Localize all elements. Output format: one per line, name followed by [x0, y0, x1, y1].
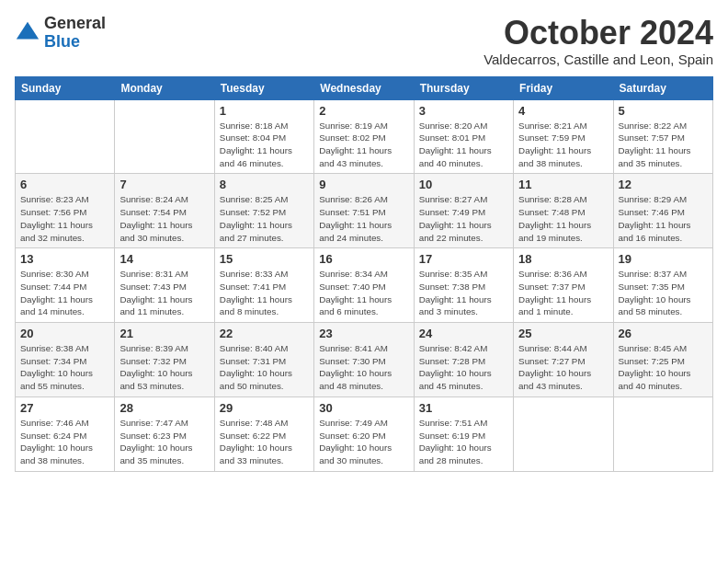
calendar-cell: 28Sunrise: 7:47 AM Sunset: 6:23 PM Dayli…: [115, 396, 214, 471]
day-info: Sunrise: 8:40 AM Sunset: 7:31 PM Dayligh…: [220, 342, 309, 393]
day-number: 12: [619, 178, 708, 191]
logo-icon: [15, 20, 40, 46]
calendar-week-0: 1Sunrise: 8:18 AM Sunset: 8:04 PM Daylig…: [16, 99, 713, 174]
day-info: Sunrise: 8:19 AM Sunset: 8:02 PM Dayligh…: [319, 120, 408, 170]
day-number: 30: [319, 401, 408, 415]
calendar-cell: 31Sunrise: 7:51 AM Sunset: 6:19 PM Dayli…: [414, 396, 513, 471]
day-info: Sunrise: 8:27 AM Sunset: 7:49 PM Dayligh…: [419, 193, 508, 244]
day-info: Sunrise: 7:47 AM Sunset: 6:23 PM Dayligh…: [119, 417, 209, 467]
calendar-cell: 24Sunrise: 8:42 AM Sunset: 7:28 PM Dayli…: [414, 323, 513, 397]
day-info: Sunrise: 8:35 AM Sunset: 7:38 PM Dayligh…: [419, 268, 508, 318]
day-number: 29: [220, 401, 309, 415]
calendar-cell: 14Sunrise: 8:31 AM Sunset: 7:43 PM Dayli…: [115, 248, 214, 323]
day-number: 20: [20, 327, 109, 340]
title-block: October 2024 Valdecarros, Castille and L…: [483, 15, 713, 67]
calendar-cell: 16Sunrise: 8:34 AM Sunset: 7:40 PM Dayli…: [314, 248, 414, 323]
day-number: 1: [220, 104, 309, 118]
day-number: 31: [419, 401, 508, 415]
day-info: Sunrise: 8:36 AM Sunset: 7:37 PM Dayligh…: [518, 268, 608, 318]
day-number: 8: [220, 178, 309, 191]
day-number: 28: [119, 401, 209, 415]
day-number: 3: [419, 104, 508, 118]
day-number: 24: [419, 327, 508, 340]
calendar-cell: 9Sunrise: 8:26 AM Sunset: 7:51 PM Daylig…: [314, 174, 414, 248]
day-info: Sunrise: 8:30 AM Sunset: 7:44 PM Dayligh…: [20, 268, 109, 318]
calendar-table: SundayMondayTuesdayWednesdayThursdayFrid…: [15, 76, 713, 472]
day-info: Sunrise: 8:24 AM Sunset: 7:54 PM Dayligh…: [119, 193, 209, 244]
day-info: Sunrise: 8:45 AM Sunset: 7:25 PM Dayligh…: [619, 342, 708, 393]
day-info: Sunrise: 7:51 AM Sunset: 6:19 PM Dayligh…: [419, 417, 508, 467]
logo: General Blue: [15, 15, 106, 52]
day-number: 13: [20, 252, 109, 266]
day-info: Sunrise: 8:22 AM Sunset: 7:57 PM Dayligh…: [619, 120, 708, 170]
calendar-cell: 6Sunrise: 8:23 AM Sunset: 7:56 PM Daylig…: [16, 174, 115, 248]
svg-marker-0: [17, 22, 39, 40]
day-number: 22: [220, 327, 309, 340]
day-info: Sunrise: 8:25 AM Sunset: 7:52 PM Dayligh…: [220, 193, 309, 244]
day-number: 18: [518, 252, 608, 266]
calendar-cell: 18Sunrise: 8:36 AM Sunset: 7:37 PM Dayli…: [514, 248, 613, 323]
calendar-cell: 19Sunrise: 8:37 AM Sunset: 7:35 PM Dayli…: [613, 248, 712, 323]
calendar-cell: [613, 396, 712, 471]
day-info: Sunrise: 8:18 AM Sunset: 8:04 PM Dayligh…: [220, 120, 309, 170]
calendar-cell: 20Sunrise: 8:38 AM Sunset: 7:34 PM Dayli…: [16, 323, 115, 397]
day-number: 26: [619, 327, 708, 340]
calendar-cell: 15Sunrise: 8:33 AM Sunset: 7:41 PM Dayli…: [214, 248, 313, 323]
day-number: 19: [619, 252, 708, 266]
day-number: 16: [319, 252, 408, 266]
calendar-week-3: 20Sunrise: 8:38 AM Sunset: 7:34 PM Dayli…: [16, 323, 713, 397]
day-info: Sunrise: 8:21 AM Sunset: 7:59 PM Dayligh…: [518, 120, 608, 170]
calendar-cell: 21Sunrise: 8:39 AM Sunset: 7:32 PM Dayli…: [115, 323, 214, 397]
calendar-cell: 8Sunrise: 8:25 AM Sunset: 7:52 PM Daylig…: [214, 174, 313, 248]
calendar-cell: [16, 99, 115, 174]
day-number: 17: [419, 252, 508, 266]
calendar-cell: 4Sunrise: 8:21 AM Sunset: 7:59 PM Daylig…: [514, 99, 613, 174]
day-number: 11: [518, 178, 608, 191]
calendar-cell: 13Sunrise: 8:30 AM Sunset: 7:44 PM Dayli…: [16, 248, 115, 323]
day-info: Sunrise: 8:33 AM Sunset: 7:41 PM Dayligh…: [220, 268, 309, 318]
calendar-week-4: 27Sunrise: 7:46 AM Sunset: 6:24 PM Dayli…: [16, 396, 713, 471]
page-header: General Blue October 2024 Valdecarros, C…: [15, 15, 713, 67]
logo-blue: Blue: [44, 32, 80, 51]
month-title: October 2024: [483, 15, 713, 52]
calendar-cell: 22Sunrise: 8:40 AM Sunset: 7:31 PM Dayli…: [214, 323, 313, 397]
day-info: Sunrise: 8:28 AM Sunset: 7:48 PM Dayligh…: [518, 193, 608, 244]
column-header-thursday: Thursday: [414, 76, 513, 99]
day-number: 9: [319, 178, 408, 191]
day-info: Sunrise: 8:44 AM Sunset: 7:27 PM Dayligh…: [518, 342, 608, 393]
calendar-cell: 7Sunrise: 8:24 AM Sunset: 7:54 PM Daylig…: [115, 174, 214, 248]
day-info: Sunrise: 8:38 AM Sunset: 7:34 PM Dayligh…: [20, 342, 109, 393]
calendar-cell: 25Sunrise: 8:44 AM Sunset: 7:27 PM Dayli…: [514, 323, 613, 397]
day-info: Sunrise: 8:31 AM Sunset: 7:43 PM Dayligh…: [119, 268, 209, 318]
logo-general: General: [44, 14, 106, 32]
day-number: 27: [20, 401, 109, 415]
calendar-cell: 23Sunrise: 8:41 AM Sunset: 7:30 PM Dayli…: [314, 323, 414, 397]
calendar-cell: 30Sunrise: 7:49 AM Sunset: 6:20 PM Dayli…: [314, 396, 414, 471]
logo-text: General Blue: [44, 15, 106, 52]
day-info: Sunrise: 8:42 AM Sunset: 7:28 PM Dayligh…: [419, 342, 508, 393]
day-number: 4: [518, 104, 608, 118]
day-info: Sunrise: 8:37 AM Sunset: 7:35 PM Dayligh…: [619, 268, 708, 318]
day-number: 25: [518, 327, 608, 340]
day-info: Sunrise: 8:34 AM Sunset: 7:40 PM Dayligh…: [319, 268, 408, 318]
day-info: Sunrise: 8:26 AM Sunset: 7:51 PM Dayligh…: [319, 193, 408, 244]
calendar-week-1: 6Sunrise: 8:23 AM Sunset: 7:56 PM Daylig…: [16, 174, 713, 248]
day-number: 23: [319, 327, 408, 340]
location-subtitle: Valdecarros, Castille and Leon, Spain: [483, 52, 713, 67]
day-number: 15: [220, 252, 309, 266]
column-header-wednesday: Wednesday: [314, 76, 414, 99]
calendar-header-row: SundayMondayTuesdayWednesdayThursdayFrid…: [16, 76, 713, 99]
column-header-friday: Friday: [514, 76, 613, 99]
day-number: 2: [319, 104, 408, 118]
calendar-cell: 29Sunrise: 7:48 AM Sunset: 6:22 PM Dayli…: [214, 396, 313, 471]
day-info: Sunrise: 7:49 AM Sunset: 6:20 PM Dayligh…: [319, 417, 408, 467]
day-number: 14: [119, 252, 209, 266]
calendar-cell: [514, 396, 613, 471]
column-header-tuesday: Tuesday: [214, 76, 313, 99]
calendar-cell: 10Sunrise: 8:27 AM Sunset: 7:49 PM Dayli…: [414, 174, 513, 248]
day-info: Sunrise: 8:39 AM Sunset: 7:32 PM Dayligh…: [119, 342, 209, 393]
column-header-saturday: Saturday: [613, 76, 712, 99]
calendar-cell: 5Sunrise: 8:22 AM Sunset: 7:57 PM Daylig…: [613, 99, 712, 174]
calendar-cell: 27Sunrise: 7:46 AM Sunset: 6:24 PM Dayli…: [16, 396, 115, 471]
day-info: Sunrise: 7:46 AM Sunset: 6:24 PM Dayligh…: [20, 417, 109, 467]
